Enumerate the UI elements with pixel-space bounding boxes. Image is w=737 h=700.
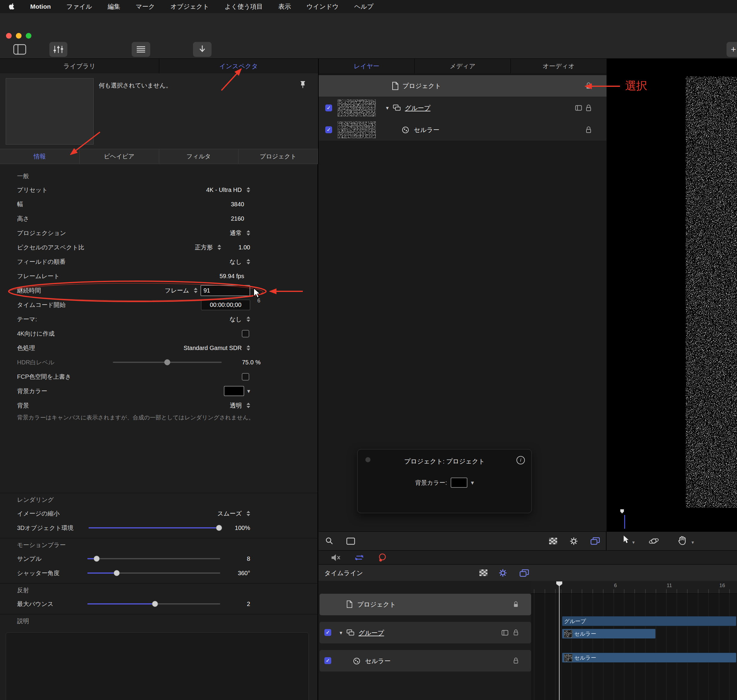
- minimize-window-button[interactable]: [16, 33, 22, 39]
- tab-layers[interactable]: レイヤー: [319, 59, 415, 74]
- projection-stepper[interactable]: [247, 230, 250, 235]
- timeline-row-cellular[interactable]: ✓ セルラー: [320, 650, 531, 672]
- layers-stack-icon[interactable]: [520, 569, 529, 578]
- timeline-row-project[interactable]: プロジェクト: [320, 594, 531, 615]
- lock-icon[interactable]: [586, 82, 592, 91]
- gear-icon[interactable]: [570, 537, 578, 547]
- preset-value[interactable]: 4K - Ultra HD: [206, 187, 242, 193]
- pixel-aspect-value[interactable]: 正方形: [195, 243, 213, 251]
- timeline-bar-cellular[interactable]: セルラー: [562, 629, 656, 639]
- downscale-stepper[interactable]: [247, 511, 250, 516]
- filmstrip-frame-icon[interactable]: [346, 537, 355, 546]
- canvas-mini-playhead[interactable]: [620, 509, 624, 513]
- lock-icon[interactable]: [513, 657, 518, 665]
- layer-row-cellular[interactable]: ✓ セルラー: [319, 119, 606, 141]
- menu-mark[interactable]: マーク: [136, 2, 155, 11]
- tab-info[interactable]: 情報: [0, 149, 79, 164]
- tab-media[interactable]: メディア: [415, 59, 511, 74]
- canvas-viewport[interactable]: [606, 58, 737, 531]
- select-arrow-tool[interactable]: [623, 535, 630, 546]
- hud-bg-color-chevron-icon[interactable]: ▾: [471, 479, 474, 486]
- lock-icon[interactable]: [586, 126, 592, 135]
- background-color-well[interactable]: [224, 386, 244, 396]
- shutter-angle-slider[interactable]: [87, 572, 220, 574]
- field-order-value[interactable]: なし: [229, 258, 242, 266]
- theme-value[interactable]: なし: [229, 315, 242, 324]
- projection-value[interactable]: 通常: [230, 229, 242, 237]
- color-processing-value[interactable]: Standard Gamut SDR: [184, 345, 242, 351]
- background-stepper[interactable]: [247, 403, 250, 408]
- checkerboard-icon[interactable]: [479, 569, 487, 577]
- color-processing-stepper[interactable]: [247, 345, 250, 351]
- cellular-visibility-checkbox[interactable]: ✓: [325, 126, 332, 133]
- tab-library[interactable]: ライブラリ: [0, 59, 159, 74]
- tab-project[interactable]: プロジェクト: [238, 149, 318, 164]
- group-visibility-checkbox[interactable]: ✓: [324, 629, 331, 636]
- menu-edit[interactable]: 編集: [108, 2, 120, 11]
- tab-filters[interactable]: フィルタ: [159, 149, 239, 164]
- tab-behaviors[interactable]: ビヘイビア: [79, 149, 159, 164]
- menu-help[interactable]: ヘルプ: [354, 2, 373, 11]
- gear-icon[interactable]: [499, 569, 507, 578]
- duration-unit-stepper[interactable]: [194, 288, 198, 293]
- create-for-4k-checkbox[interactable]: [242, 330, 249, 337]
- mute-audio-icon[interactable]: [331, 554, 341, 563]
- layer-row-group[interactable]: ✓ ▼ グループ: [319, 97, 606, 119]
- menu-window[interactable]: ウインドウ: [307, 2, 338, 11]
- disclosure-triangle-icon[interactable]: ▼: [339, 630, 343, 635]
- timecode-start-input[interactable]: [201, 300, 250, 310]
- hud-bg-color-well[interactable]: [451, 478, 467, 488]
- info-icon[interactable]: i: [517, 456, 525, 465]
- project-hud[interactable]: プロジェクト: プロジェクト i 背景カラー: ▾: [357, 449, 532, 513]
- timeline-bar-group[interactable]: グループ: [562, 616, 736, 626]
- apple-menu[interactable]: [9, 3, 15, 10]
- pixel-aspect-stepper[interactable]: [217, 245, 221, 250]
- tab-audio[interactable]: オーディオ: [511, 59, 606, 74]
- background-color-chevron-icon[interactable]: ▾: [247, 387, 250, 395]
- hand-pan-tool[interactable]: [678, 535, 687, 546]
- checkerboard-icon[interactable]: [549, 538, 557, 546]
- tool-chevron-icon[interactable]: ▾: [632, 540, 635, 545]
- layer-row-project[interactable]: プロジェクト: [319, 75, 606, 97]
- layers-stack-icon[interactable]: [590, 537, 600, 546]
- lock-icon[interactable]: [586, 104, 592, 113]
- app-menu-motion[interactable]: Motion: [30, 3, 51, 10]
- max-bounces-slider[interactable]: [87, 603, 220, 604]
- timeline-playhead[interactable]: [559, 581, 559, 700]
- pin-icon[interactable]: [299, 79, 306, 90]
- max-bounces-value: 2: [220, 601, 250, 607]
- search-icon[interactable]: [325, 537, 333, 546]
- fcp-override-checkbox[interactable]: [242, 373, 249, 381]
- clip-icon[interactable]: [575, 105, 582, 112]
- menu-favorites[interactable]: よく使う項目: [225, 2, 263, 11]
- tab-inspector[interactable]: インスペクタ: [159, 59, 318, 74]
- orbit-3d-tool[interactable]: [649, 536, 659, 547]
- duration-unit[interactable]: フレーム: [165, 287, 189, 295]
- timeline-bar-cellular2[interactable]: セルラー: [562, 653, 736, 663]
- background-note: 背景カラーはキャンバスに表示されますが、合成の一部としてはレンダリングされません…: [0, 413, 317, 429]
- record-icon[interactable]: [378, 553, 387, 563]
- menu-view[interactable]: 表示: [278, 2, 291, 11]
- menu-object[interactable]: オブジェクト: [170, 2, 209, 11]
- downscale-value[interactable]: スムーズ: [217, 510, 242, 518]
- loop-playback-icon[interactable]: [354, 554, 364, 563]
- preset-stepper[interactable]: [247, 187, 250, 193]
- lock-icon[interactable]: [513, 629, 518, 637]
- 3d-environment-slider[interactable]: [88, 527, 220, 528]
- lock-icon[interactable]: [513, 601, 518, 609]
- theme-stepper[interactable]: [247, 316, 250, 322]
- group-visibility-checkbox[interactable]: ✓: [325, 104, 332, 111]
- samples-slider[interactable]: [87, 558, 220, 559]
- timeline-row-group[interactable]: ✓ ▼ グループ: [320, 622, 531, 643]
- disclosure-triangle-icon[interactable]: ▼: [385, 105, 390, 110]
- clip-icon[interactable]: [502, 630, 508, 637]
- description-input[interactable]: [6, 632, 309, 700]
- menu-file[interactable]: ファイル: [66, 2, 92, 11]
- background-value[interactable]: 透明: [230, 401, 242, 410]
- field-order-stepper[interactable]: [247, 259, 250, 265]
- tool-chevron-icon[interactable]: ▾: [691, 540, 694, 545]
- cellular-visibility-checkbox[interactable]: ✓: [324, 657, 331, 664]
- zoom-window-button[interactable]: [26, 33, 31, 39]
- close-window-button[interactable]: [6, 33, 12, 39]
- duration-frames-input[interactable]: [201, 285, 250, 296]
